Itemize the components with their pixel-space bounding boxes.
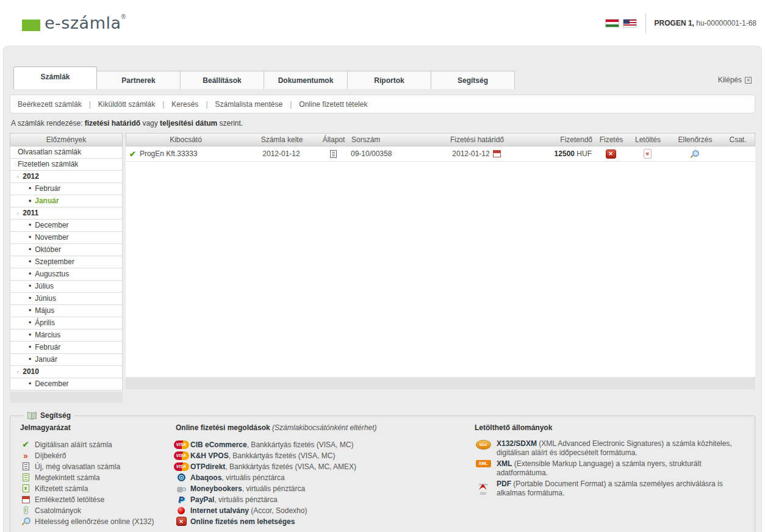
- payments-title-note: (Számlakibocsátónként eltérhet): [270, 423, 377, 432]
- sort-by-due-date-link[interactable]: fizetési határidő: [85, 119, 140, 128]
- sidebar-item-unread-invoices[interactable]: Olvasatlan számlák: [10, 146, 122, 159]
- nav-save-invoice-list[interactable]: Számlalista mentése: [215, 100, 283, 109]
- tab-bar: Számlák Partnerek Beállítások Dokumentum…: [4, 46, 761, 89]
- download-name: X132/SDXM: [497, 439, 537, 448]
- sidebar-month[interactable]: Szeptember: [10, 256, 122, 268]
- sdx-icon: [476, 440, 491, 450]
- tab-invoices[interactable]: Számlák: [13, 66, 97, 89]
- account-tax-id: hu-00000001-1-68: [694, 19, 756, 27]
- tab-help[interactable]: Segítség: [431, 71, 515, 89]
- sidebar-month[interactable]: December: [10, 220, 122, 232]
- nav-received-invoices[interactable]: Beérkezett számlák: [18, 100, 82, 109]
- legend-item: Csatolmányok: [20, 505, 176, 516]
- sidebar-year-2012[interactable]: 2012: [10, 171, 122, 183]
- payment-desc: , virtuális pénztárca: [214, 495, 277, 504]
- payment-item: Abaqoos, virtuális pénztárca: [176, 472, 475, 483]
- nav-sent-invoices[interactable]: Kiküldött számlák: [98, 100, 155, 109]
- sort-by-fulfillment-date-link[interactable]: teljesítési dátum: [160, 119, 217, 128]
- col-state[interactable]: Állapot: [318, 135, 349, 144]
- help-book-icon: [27, 412, 37, 419]
- tab-reports[interactable]: Riportok: [348, 71, 431, 89]
- sidebar-list: Olvasatlan számlák Fizetetlen számlák 20…: [10, 146, 123, 390]
- payment-name: Online fizetés nem lehetséges: [190, 517, 295, 526]
- green-check-icon: [23, 440, 29, 449]
- cell-download: [626, 149, 669, 159]
- download-item: XML (Extensible Markup Language) a száml…: [475, 459, 745, 477]
- col-verify[interactable]: Ellenőrzés: [669, 135, 721, 144]
- col-download[interactable]: Letöltés: [627, 135, 669, 144]
- payment-item: Moneybookers, virtuális pénztárca: [176, 483, 475, 494]
- paypal-icon: [178, 495, 184, 505]
- table-row[interactable]: ProgEn Kft.33333 2012-01-12 09-10/00358 …: [126, 146, 755, 162]
- magnifier-verify-icon[interactable]: [691, 150, 699, 158]
- calendar-reminder-icon[interactable]: [493, 150, 501, 157]
- payment-desc: , Bankkártyás fizetés (VISA, MC): [229, 451, 336, 460]
- tab-settings[interactable]: Beállítások: [181, 71, 264, 89]
- legend-item: Új, még olvasatlan számla: [20, 461, 176, 472]
- tab-documents[interactable]: Dokumentumok: [264, 71, 348, 89]
- visa-icon: [174, 451, 189, 460]
- downloads-column: Letölthető állományok X132/SDXM (XML Adv…: [475, 423, 745, 527]
- account-name: PROGEN 1,: [655, 19, 694, 27]
- col-issuer[interactable]: Kibocsátó: [126, 135, 245, 144]
- hungarian-flag-icon[interactable]: [605, 19, 619, 27]
- sort-info-line: A számlák rendezése: fizetési határidő v…: [11, 119, 761, 128]
- payment-name: OTPdirekt: [190, 462, 225, 471]
- sidebar-month[interactable]: Október: [10, 244, 122, 256]
- app-logo[interactable]: e-számla ®: [22, 13, 126, 32]
- col-amount[interactable]: Fizetendő: [538, 135, 596, 144]
- main-container: Számlák Partnerek Beállítások Dokumentum…: [3, 46, 762, 532]
- legend-item: Díjbekérő: [20, 450, 176, 461]
- cell-issuer: ProgEn Kft.33333: [126, 149, 245, 159]
- col-due-date[interactable]: Fizetési határidő: [416, 135, 538, 144]
- history-sidebar: Előzmények Olvasatlan számlák Fizetetlen…: [10, 133, 123, 403]
- nav-search[interactable]: Keresés: [171, 100, 198, 109]
- sidebar-year-2011[interactable]: 2011: [10, 207, 122, 220]
- sidebar-month[interactable]: Augusztus: [10, 268, 122, 281]
- paid-document-icon: [23, 484, 29, 492]
- separator: [282, 100, 299, 109]
- payment-desc: , virtuális pénztárca: [221, 473, 284, 482]
- sidebar-year-2010[interactable]: 2010: [10, 366, 122, 378]
- sub-navigation: Beérkezett számlák Kiküldött számlák Ker…: [10, 95, 755, 113]
- digitally-signed-check-icon: [129, 149, 136, 159]
- sidebar-month[interactable]: Június: [10, 293, 122, 305]
- tab-partners[interactable]: Partnerek: [97, 71, 181, 89]
- sidebar-item-unpaid-invoices[interactable]: Fizetetlen számlák: [10, 159, 122, 171]
- payment-item: K&H VPOS, Bankkártyás fizetés (VISA, MC): [176, 450, 475, 461]
- legend-label: Megtekintett számla: [35, 473, 100, 482]
- col-attachment[interactable]: Csat.: [721, 135, 755, 144]
- download-desc: (Extensible Markup Language) a számla ny…: [497, 459, 702, 477]
- download-invoice-icon[interactable]: [644, 149, 652, 159]
- red-x-icon: [176, 517, 187, 526]
- sidebar-month[interactable]: Március: [10, 329, 122, 342]
- logout-label: Kilépés: [718, 76, 742, 84]
- sidebar-month-selected[interactable]: Január: [10, 195, 122, 207]
- sidebar-month[interactable]: December: [10, 378, 122, 390]
- logout-button[interactable]: Kilépés: [718, 76, 752, 89]
- sidebar-month[interactable]: Április: [10, 317, 122, 329]
- sidebar-month[interactable]: November: [10, 232, 122, 244]
- cell-payment: [595, 149, 626, 159]
- sidebar-month[interactable]: Január: [10, 354, 122, 366]
- download-name: XML: [497, 459, 512, 468]
- no-online-payment-icon[interactable]: [606, 149, 616, 159]
- legend-item: Megtekintett számla: [20, 472, 176, 483]
- sidebar-month[interactable]: Február: [10, 183, 122, 195]
- sidebar-month[interactable]: Május: [10, 305, 122, 317]
- payment-desc: , virtuális pénztárca: [242, 484, 305, 493]
- download-item: PDF (Portable Document Format) a számla …: [475, 480, 745, 497]
- nav-online-paid-items[interactable]: Online fizetett tételek: [299, 100, 367, 109]
- sidebar-month[interactable]: Július: [10, 281, 122, 293]
- col-serial[interactable]: Sorszám: [349, 135, 416, 144]
- sidebar-month[interactable]: Február: [10, 342, 122, 354]
- col-invoice-date[interactable]: Számla kelte: [245, 135, 318, 144]
- us-flag-icon[interactable]: [623, 19, 637, 27]
- legend-column: Jelmagyarázat Digitálisan aláírt számla …: [20, 423, 176, 527]
- red-dot-icon: [178, 507, 185, 514]
- help-section: Segítség Jelmagyarázat Digitálisan aláír…: [10, 411, 755, 532]
- col-payment[interactable]: Fizetés: [596, 135, 627, 144]
- separator: [198, 100, 215, 109]
- logo-square-icon: [22, 20, 40, 31]
- moneybookers-icon: [177, 484, 185, 493]
